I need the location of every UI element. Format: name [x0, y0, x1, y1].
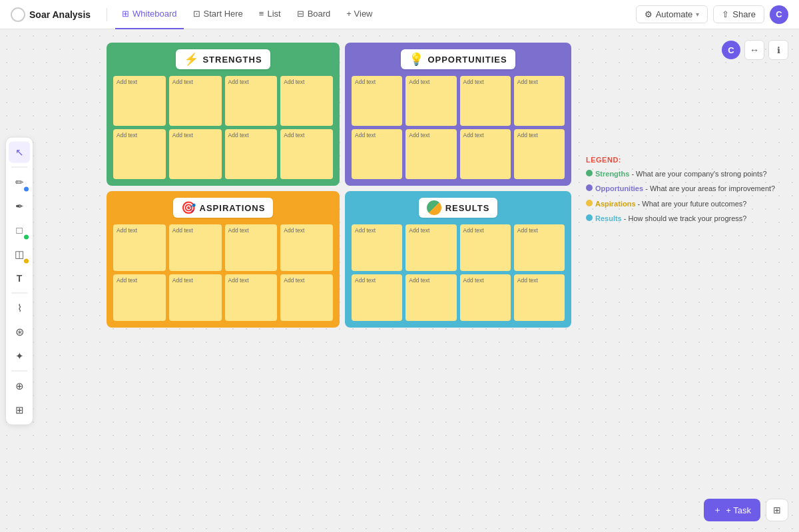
legend-label-opportunities: Opportunities [595, 184, 643, 192]
sticky-note[interactable]: Add text [514, 274, 565, 321]
strengths-header: ⚡ STRENGTHS [176, 49, 270, 69]
results-quadrant: RESULTS Add text Add text Add text Add t… [345, 191, 571, 328]
marker-icon: ✒ [15, 200, 24, 212]
note-text: Add text [284, 79, 330, 85]
tool-image[interactable]: ⊞ [9, 399, 30, 420]
note-text: Add text [117, 227, 162, 234]
sticky-note[interactable]: Add text [113, 129, 166, 179]
avatar[interactable]: C [770, 5, 788, 24]
tool-magic[interactable]: ✦ [9, 345, 30, 366]
aspirations-quadrant: 🎯 ASPIRATIONS Add text Add text Add text… [107, 191, 340, 328]
tool-note[interactable]: ◫ [9, 243, 30, 264]
tool-shape[interactable]: □ [9, 219, 30, 240]
sticky-note[interactable]: Add text [280, 76, 333, 126]
connect-icon: ⊛ [15, 326, 24, 338]
opportunities-quadrant: 💡 OPPORTUNITIES Add text Add text Add te… [345, 43, 571, 186]
tool-text[interactable]: T [9, 267, 30, 288]
sticky-note[interactable]: Add text [169, 129, 222, 179]
sticky-note[interactable]: Add text [113, 224, 166, 271]
globe-icon: ⊕ [15, 380, 24, 392]
note-text: Add text [409, 79, 453, 85]
pen2-icon: ⌇ [17, 302, 22, 314]
tool-globe[interactable]: ⊕ [9, 375, 30, 396]
tool-marker[interactable]: ✒ [9, 195, 30, 216]
sticky-note[interactable]: Add text [280, 274, 333, 321]
task-label: + Task [726, 505, 751, 515]
sticky-note[interactable]: Add text [514, 76, 565, 126]
pen-sparkle-icon: ✏ [15, 176, 24, 188]
tool-connect[interactable]: ⊛ [9, 321, 30, 342]
results-header: RESULTS [419, 198, 498, 218]
legend-label-aspirations: Aspirations [595, 200, 636, 208]
aspirations-grid: Add text Add text Add text Add text Add … [113, 224, 333, 321]
sticky-note[interactable]: Add text [405, 129, 456, 179]
results-grid: Add text Add text Add text Add text Add … [352, 224, 565, 321]
note-text: Add text [355, 79, 399, 85]
strengths-grid: Add text Add text Add text Add text Add … [113, 76, 333, 179]
sticky-note[interactable]: Add text [352, 76, 402, 126]
sticky-note[interactable]: Add text [460, 274, 511, 321]
sticky-note[interactable]: Add text [169, 224, 222, 271]
legend-desc-aspirations: - What are your future outcomes? [636, 200, 747, 208]
task-button[interactable]: ＋ + Task [704, 499, 760, 521]
fit-icon: ↔ [750, 45, 759, 55]
sticky-note[interactable]: Add text [352, 274, 402, 321]
toolbar-separator-3 [11, 370, 27, 371]
note-text: Add text [517, 227, 561, 234]
sticky-note[interactable]: Add text [113, 76, 166, 126]
tab-list[interactable]: ≡ List [252, 0, 288, 29]
tool-cursor[interactable]: ↖ [9, 141, 30, 162]
strengths-quadrant: ⚡ STRENGTHS Add text Add text Add text A… [107, 43, 340, 186]
tab-board[interactable]: ⊟ Board [290, 0, 338, 29]
sticky-note[interactable]: Add text [405, 224, 456, 271]
opportunities-header: 💡 OPPORTUNITIES [401, 49, 515, 69]
automate-button[interactable]: ⚙ Automate ▾ [636, 5, 708, 23]
sticky-note[interactable]: Add text [352, 224, 402, 271]
sticky-note[interactable]: Add text [113, 274, 166, 321]
legend-dot-green [586, 170, 593, 176]
note-text: Add text [228, 132, 274, 138]
tab-start-here[interactable]: ⊡ Start Here [186, 0, 250, 29]
tool-pen2[interactable]: ⌇ [9, 297, 30, 318]
note-text: Add text [463, 79, 507, 85]
user-avatar-canvas[interactable]: C [722, 41, 740, 59]
sticky-note[interactable]: Add text [460, 129, 511, 179]
strengths-title: STRENGTHS [202, 55, 262, 65]
results-title: RESULTS [445, 203, 490, 213]
canvas[interactable]: ↖ ✏ ✒ □ ◫ T ⌇ ⊛ ✦ ⊕ [0, 29, 799, 532]
sticky-note[interactable]: Add text [225, 274, 278, 321]
sticky-note[interactable]: Add text [225, 76, 278, 126]
tab-whiteboard-label: Whiteboard [133, 9, 176, 19]
sticky-note[interactable]: Add text [405, 274, 456, 321]
note-text: Add text [409, 277, 453, 284]
sticky-note[interactable]: Add text [225, 129, 278, 179]
sticky-note[interactable]: Add text [460, 76, 511, 126]
sticky-note[interactable]: Add text [514, 224, 565, 271]
sticky-note[interactable]: Add text [225, 224, 278, 271]
aspirations-header: 🎯 ASPIRATIONS [173, 198, 274, 218]
share-button[interactable]: ⇧ Share [713, 5, 764, 23]
sticky-note[interactable]: Add text [169, 76, 222, 126]
logo-icon [11, 7, 25, 22]
magic-icon: ✦ [15, 350, 24, 362]
tab-whiteboard[interactable]: ⊞ Whiteboard [115, 0, 183, 29]
sticky-note[interactable]: Add text [280, 224, 333, 271]
bottom-right-controls: ＋ + Task ⊞ [704, 499, 788, 521]
sticky-note[interactable]: Add text [352, 129, 402, 179]
share-icon: ⇧ [722, 9, 729, 19]
sticky-note[interactable]: Add text [280, 129, 333, 179]
sticky-note[interactable]: Add text [405, 76, 456, 126]
sticky-note[interactable]: Add text [460, 224, 511, 271]
tab-view[interactable]: + View [340, 0, 379, 29]
note-text: Add text [517, 79, 561, 85]
legend-dot-purple [586, 184, 593, 191]
info-button[interactable]: ℹ [768, 40, 788, 60]
sticky-note[interactable]: Add text [514, 129, 565, 179]
tab-start-here-label: Start Here [204, 9, 243, 19]
sticky-note[interactable]: Add text [169, 274, 222, 321]
opportunities-grid: Add text Add text Add text Add text Add … [352, 76, 565, 179]
tool-pen-sparkle[interactable]: ✏ [9, 171, 30, 192]
shape-icon: □ [16, 224, 22, 236]
grid-view-button[interactable]: ⊞ [766, 499, 788, 521]
fit-screen-button[interactable]: ↔ [744, 40, 764, 60]
